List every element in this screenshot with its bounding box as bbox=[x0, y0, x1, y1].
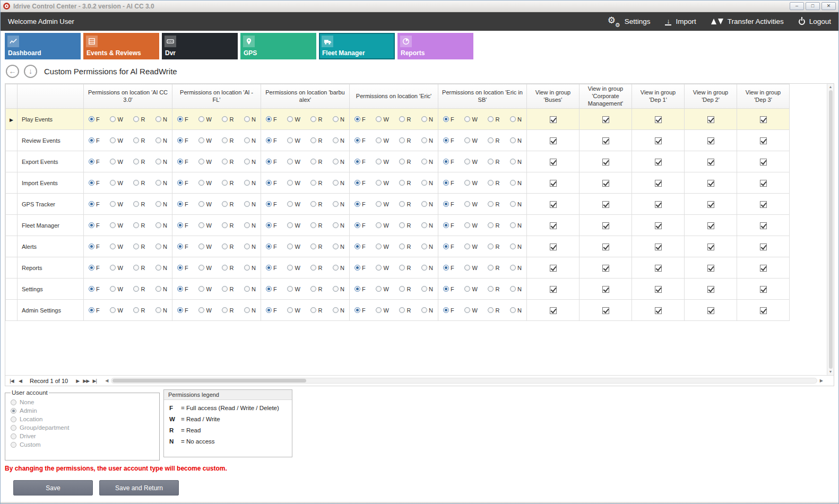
radio-W[interactable] bbox=[110, 244, 116, 249]
radio-option-R[interactable]: R bbox=[222, 222, 233, 229]
radio-option-W[interactable]: W bbox=[198, 244, 211, 250]
radio-option-F[interactable]: F bbox=[266, 137, 277, 144]
radio-R[interactable] bbox=[488, 222, 494, 228]
vertical-scrollbar[interactable]: ▲ ▼ bbox=[827, 84, 834, 375]
radio-W[interactable] bbox=[110, 222, 116, 228]
view-in-group-checkbox[interactable] bbox=[760, 265, 767, 272]
titlebar[interactable]: Idrive Control Center - 3.0.2 version - … bbox=[1, 1, 838, 12]
row-label[interactable]: Reports bbox=[18, 257, 84, 279]
radio-option-R[interactable]: R bbox=[310, 265, 322, 271]
horizontal-scrollbar[interactable]: ◀ ▶ bbox=[104, 378, 824, 384]
radio-N[interactable] bbox=[333, 265, 339, 271]
radio-option-W[interactable]: W bbox=[287, 265, 300, 271]
radio-N[interactable] bbox=[510, 159, 516, 164]
radio-option-F[interactable]: F bbox=[89, 286, 100, 292]
minimize-button[interactable]: – bbox=[790, 2, 804, 10]
row-label[interactable]: GPS Tracker bbox=[18, 194, 84, 215]
radio-F[interactable] bbox=[443, 244, 449, 249]
radio-W[interactable] bbox=[198, 265, 204, 271]
radio-option-W[interactable]: W bbox=[110, 180, 123, 186]
radio-option-F[interactable]: F bbox=[443, 265, 454, 271]
radio-option-N[interactable]: N bbox=[510, 307, 522, 314]
radio-R[interactable] bbox=[222, 286, 228, 292]
radio-N[interactable] bbox=[244, 116, 250, 122]
radio-option-F[interactable]: F bbox=[177, 244, 188, 250]
radio-F[interactable] bbox=[266, 222, 272, 228]
radio-option-W[interactable]: W bbox=[198, 286, 211, 292]
radio-option-W[interactable]: W bbox=[376, 116, 388, 123]
radio-option-N[interactable]: N bbox=[244, 116, 256, 123]
radio-R[interactable] bbox=[222, 159, 228, 164]
view-in-group-checkbox[interactable] bbox=[707, 201, 714, 208]
radio-R[interactable] bbox=[222, 137, 228, 143]
radio-W[interactable] bbox=[464, 286, 470, 292]
view-in-group-checkbox[interactable] bbox=[550, 222, 557, 229]
radio-N[interactable] bbox=[510, 286, 516, 292]
radio-N[interactable] bbox=[510, 137, 516, 143]
radio-N[interactable] bbox=[333, 222, 339, 228]
radio-F[interactable] bbox=[354, 201, 360, 207]
radio-option-F[interactable]: F bbox=[177, 159, 188, 165]
radio-option-W[interactable]: W bbox=[110, 222, 123, 229]
column-header-group[interactable]: View in group 'Dep 2' bbox=[685, 84, 737, 109]
radio-option-N[interactable]: N bbox=[333, 201, 344, 207]
radio-option-F[interactable]: F bbox=[177, 222, 188, 229]
radio-option-W[interactable]: W bbox=[464, 137, 477, 144]
radio-option-R[interactable]: R bbox=[133, 159, 145, 165]
radio-option-R[interactable]: R bbox=[488, 244, 499, 250]
row-label[interactable]: Settings bbox=[18, 279, 84, 300]
radio-option-W[interactable]: W bbox=[464, 265, 477, 271]
radio-option-F[interactable]: F bbox=[354, 137, 366, 144]
radio-N[interactable] bbox=[155, 286, 161, 292]
radio-option-R[interactable]: R bbox=[399, 307, 411, 314]
radio-W[interactable] bbox=[198, 137, 204, 143]
radio-option-N[interactable]: N bbox=[421, 201, 433, 207]
radio-option-R[interactable]: R bbox=[399, 222, 411, 229]
radio-option-N[interactable]: N bbox=[421, 286, 433, 292]
radio-W[interactable] bbox=[287, 137, 293, 143]
radio-F[interactable] bbox=[266, 159, 272, 164]
radio-option-F[interactable]: F bbox=[443, 116, 454, 123]
radio-option-N[interactable]: N bbox=[421, 116, 433, 123]
radio-option-N[interactable]: N bbox=[333, 159, 344, 165]
radio-W[interactable] bbox=[198, 116, 204, 122]
view-in-group-checkbox[interactable] bbox=[760, 116, 767, 123]
view-in-group-checkbox[interactable] bbox=[550, 159, 557, 166]
radio-R[interactable] bbox=[399, 222, 405, 228]
radio-F[interactable] bbox=[177, 222, 183, 228]
radio-option-R[interactable]: R bbox=[133, 201, 145, 207]
row-label[interactable]: Import Events bbox=[18, 172, 84, 194]
tab-dvr[interactable]: Dvr bbox=[162, 33, 238, 59]
radio-option-N[interactable]: N bbox=[510, 137, 522, 144]
radio-F[interactable] bbox=[354, 265, 360, 271]
radio-option-R[interactable]: R bbox=[222, 180, 233, 186]
radio-R[interactable] bbox=[310, 222, 316, 228]
radio-W[interactable] bbox=[376, 244, 382, 249]
radio-F[interactable] bbox=[266, 244, 272, 249]
radio-option-N[interactable]: N bbox=[244, 265, 256, 271]
radio-N[interactable] bbox=[155, 201, 161, 207]
radio-F[interactable] bbox=[354, 116, 360, 122]
view-in-group-checkbox[interactable] bbox=[655, 201, 662, 208]
radio-F[interactable] bbox=[354, 180, 360, 186]
radio-N[interactable] bbox=[155, 244, 161, 249]
radio-option-F[interactable]: F bbox=[266, 307, 277, 314]
radio-option-F[interactable]: F bbox=[89, 265, 100, 271]
radio-option-R[interactable]: R bbox=[399, 286, 411, 292]
radio-W[interactable] bbox=[198, 222, 204, 228]
radio-option-W[interactable]: W bbox=[110, 307, 123, 314]
radio-option-N[interactable]: N bbox=[333, 222, 344, 229]
radio-option-N[interactable]: N bbox=[421, 137, 433, 144]
radio-option-N[interactable]: N bbox=[510, 286, 522, 292]
view-in-group-checkbox[interactable] bbox=[655, 307, 662, 314]
radio-R[interactable] bbox=[488, 307, 494, 313]
radio-option-R[interactable]: R bbox=[310, 307, 322, 314]
radio-F[interactable] bbox=[89, 265, 94, 271]
user-account-option-none[interactable]: None bbox=[11, 399, 154, 405]
radio-option-F[interactable]: F bbox=[89, 180, 100, 186]
radio-option-F[interactable]: F bbox=[177, 307, 188, 314]
radio-option-W[interactable]: W bbox=[287, 201, 300, 207]
radio-R[interactable] bbox=[310, 201, 316, 207]
radio-N[interactable] bbox=[421, 180, 427, 186]
radio-option-W[interactable]: W bbox=[110, 265, 123, 271]
